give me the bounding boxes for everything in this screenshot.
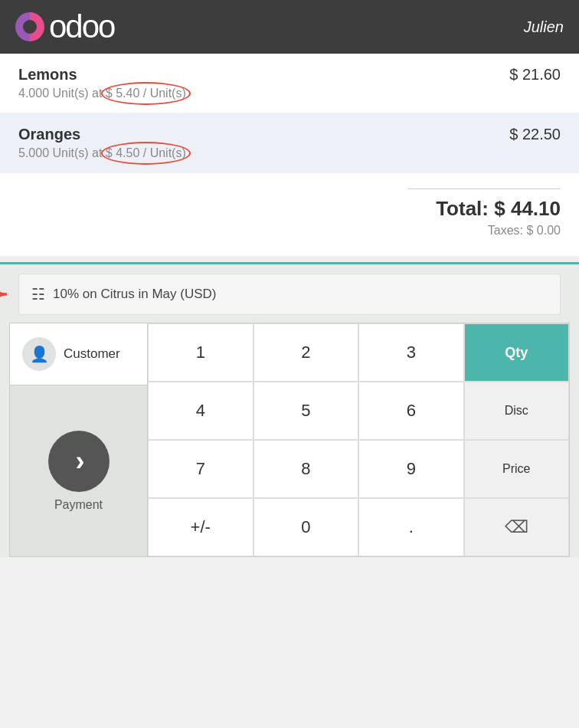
total-section: Total: $ 44.10 Taxes: $ 0.00 [0,173,579,256]
numpad-area: 👤 Customer › Payment 1 2 3 Qty 4 5 6 Dis… [9,323,570,557]
numpad-0[interactable]: 0 [254,498,359,556]
order-section: Lemons $ 21.60 4.000 Unit(s) at $ 5.40 /… [0,54,579,256]
item-name-lemons: Lemons [18,66,77,84]
item-detail-oranges: 5.000 Unit(s) at $ 4.50 / Unit(s) [18,146,186,160]
numpad-5[interactable]: 5 [254,382,359,440]
item-detail-lemons: 4.000 Unit(s) at $ 5.40 / Unit(s) [18,87,186,100]
numpad-6[interactable]: 6 [358,382,464,440]
discount-text: 10% on Citrus in May (USD) [53,287,217,302]
item-qty-oranges: 5.000 [18,146,49,159]
item-unit-price-oranges: $ 4.50 / Unit(s) [106,146,186,160]
left-panel: 👤 Customer › Payment [9,323,147,557]
numpad-8[interactable]: 8 [254,440,359,498]
numpad-4[interactable]: 4 [148,382,254,440]
numpad-3[interactable]: 3 [358,323,464,382]
discount-bar[interactable]: ☷ 10% on Citrus in May (USD) [18,274,561,315]
customer-button[interactable]: 👤 Customer [10,323,147,385]
qty-button[interactable]: Qty [464,323,570,382]
order-item-oranges[interactable]: Oranges $ 22.50 5.000 Unit(s) at $ 4.50 … [0,113,579,173]
payment-button[interactable]: › [48,431,110,492]
customer-label: Customer [64,346,120,362]
numpad-dot[interactable]: . [358,498,464,556]
item-total-oranges: $ 22.50 [509,126,561,143]
total-divider [407,189,561,189]
grid-icon: ☷ [31,285,45,303]
pos-panel: ☷ 10% on Citrus in May (USD) 👤 Customer … [0,262,579,557]
logo-circle-icon [15,12,44,41]
header-username: Julien [524,18,564,36]
numpad-7[interactable]: 7 [148,440,254,498]
item-unit-lemons: Unit(s) at [53,87,106,100]
taxes-amount: Taxes: $ 0.00 [488,224,561,238]
numpad-grid: 1 2 3 Qty 4 5 6 Disc 7 8 9 Price +/- 0 .… [147,323,570,557]
annotation-arrow [0,279,13,310]
item-qty-lemons: 4.000 [18,87,49,100]
numpad-1[interactable]: 1 [148,323,254,382]
numpad-9[interactable]: 9 [358,440,464,498]
backspace-button[interactable]: ⌫ [464,498,570,556]
item-total-lemons: $ 21.60 [509,66,561,84]
logo: odoo [15,8,114,45]
customer-icon: 👤 [22,337,56,371]
order-item-lemons[interactable]: Lemons $ 21.60 4.000 Unit(s) at $ 5.40 /… [0,54,579,113]
logo-text: odoo [49,8,114,45]
payment-label: Payment [54,498,103,512]
header: odoo Julien [0,0,579,54]
payment-area: › Payment [33,385,125,556]
numpad-plusminus[interactable]: +/- [148,498,254,556]
price-button[interactable]: Price [464,440,570,498]
item-unit-price-lemons: $ 5.40 / Unit(s) [106,87,186,100]
disc-button[interactable]: Disc [464,382,570,440]
numpad-2[interactable]: 2 [254,323,359,382]
total-amount: Total: $ 44.10 [436,197,561,221]
item-name-oranges: Oranges [18,126,80,143]
backspace-icon: ⌫ [505,517,528,537]
chevron-right-icon: › [76,448,85,475]
